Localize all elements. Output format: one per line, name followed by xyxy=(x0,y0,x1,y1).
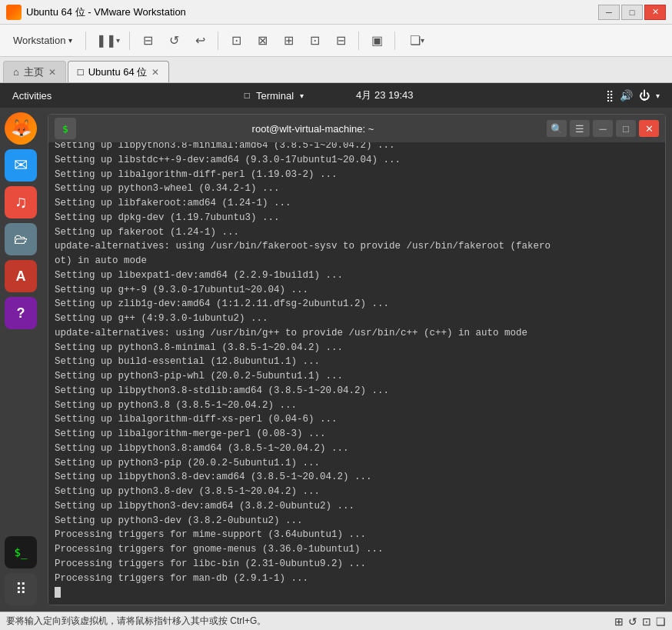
terminal-cursor-line xyxy=(55,585,659,600)
toolbar-separator-1 xyxy=(85,32,86,50)
toolbar-btn-7[interactable]: ⊡ xyxy=(303,29,326,52)
network-icon[interactable]: ⣿ xyxy=(606,89,614,102)
terminal-line: update-alternatives: using /usr/bin/fake… xyxy=(55,239,659,254)
sidebar-item-software[interactable]: A xyxy=(5,260,37,292)
mail-icon: ✉ xyxy=(14,155,28,175)
close-button[interactable]: ✕ xyxy=(644,5,666,20)
close-icon: ✕ xyxy=(645,123,654,135)
toolbar-separator-2 xyxy=(129,32,130,50)
sidebar-item-files[interactable]: 🗁 xyxy=(5,223,37,255)
tab-home-label: 主页 xyxy=(24,65,44,79)
toolbar-btn-6[interactable]: ⊞ xyxy=(277,29,300,52)
maximize-button[interactable]: □ xyxy=(621,5,643,20)
toolbar-btn-4[interactable]: ⊡ xyxy=(225,29,248,52)
workstation-dropdown-arrow: ▾ xyxy=(68,36,72,45)
send-ctrlaltdel-button[interactable]: ▣ xyxy=(365,29,388,52)
terminal-line: Setting up fakeroot (1.24-1) ... xyxy=(55,225,659,240)
toolbar-btn-1[interactable]: ⊟ xyxy=(136,29,159,52)
terminal-line: Setting up python3.8-dev (3.8.5-1~20.04.… xyxy=(55,485,659,499)
maximize-icon: □ xyxy=(623,123,629,135)
toolbar-btn-8[interactable]: ⊟ xyxy=(329,29,352,52)
terminal-line: Setting up libpython3.8-minimal:amd64 (3… xyxy=(55,142,659,153)
terminal-line: Setting up g++-9 (9.3.0-17ubuntu1~20.04)… xyxy=(55,283,659,298)
menu-icon: ☰ xyxy=(575,123,584,135)
app-sidebar: 🦊 ✉ ♫ 🗁 A ? $_ ⠿ xyxy=(0,108,42,612)
tab-bar: ⌂ 主页 ✕ □ Ubuntu 64 位 ✕ xyxy=(0,57,672,83)
terminal-icon-symbol: $ xyxy=(62,123,68,135)
terminal-menu-button[interactable]: ☰ xyxy=(570,120,590,137)
minimize-button[interactable]: ─ xyxy=(598,5,620,20)
workstation-menu-button[interactable]: Workstation ▾ xyxy=(6,29,79,52)
sidebar-item-mail[interactable]: ✉ xyxy=(5,149,37,182)
terminal-line: Setting up libexpat1-dev:amd64 (2.2.9-1b… xyxy=(55,268,659,283)
fullscreen-icon: ❏ xyxy=(410,33,421,48)
tab-vm-close[interactable]: ✕ xyxy=(151,67,159,78)
sidebar-item-rhythmbox[interactable]: ♫ xyxy=(5,186,37,218)
terminal-search-button[interactable]: 🔍 xyxy=(547,120,567,137)
toolbar-separator-4 xyxy=(358,32,359,50)
sidebar-item-terminal[interactable]: $_ xyxy=(5,536,37,568)
apps-icon: ⠿ xyxy=(15,580,27,598)
status-icon-3[interactable]: ⊡ xyxy=(642,615,651,628)
title-bar: Ubuntu 64 位 - VMware Workstation ─ □ ✕ xyxy=(0,0,672,25)
status-message: 要将输入定向到该虚拟机，请将鼠标指针移入其中或按 Ctrl+G。 xyxy=(6,615,266,628)
fullscreen-dropdown: ▾ xyxy=(421,36,424,45)
ctrlaltdel-icon: ▣ xyxy=(371,33,383,48)
fullscreen-button[interactable]: ❏ ▾ xyxy=(401,29,432,52)
terminal-line: Setting up build-essential (12.8ubuntu1.… xyxy=(55,355,659,369)
terminal-line: Processing triggers for libc-bin (2.31-0… xyxy=(55,557,659,572)
toolbar-btn-5[interactable]: ⊠ xyxy=(251,29,274,52)
terminal-line: Setting up python3-wheel (0.34.2-1) ... xyxy=(55,182,659,196)
tab-home-close[interactable]: ✕ xyxy=(48,67,56,78)
vmware-icon xyxy=(6,5,22,20)
terminal-line: Setting up python3.8-minimal (3.8.5-1~20… xyxy=(55,341,659,355)
terminal-line: Setting up libstdc++-9-dev:amd64 (9.3.0-… xyxy=(55,153,659,168)
toolbar-separator-3 xyxy=(218,32,218,50)
topbar-right-icons: ⣿ 🔊 ⏻ ▾ xyxy=(606,89,660,102)
minimize-icon: ─ xyxy=(599,123,606,135)
terminal-menu-arrow[interactable]: ▾ xyxy=(300,92,304,100)
topbar-dropdown-arrow[interactable]: ▾ xyxy=(656,92,660,100)
topbar-center: □ Terminal ▾ 4月 23 19:43 xyxy=(245,88,414,102)
terminal-icon: $_ xyxy=(15,546,28,558)
terminal-line: Setting up python3.8 (3.8.5-1~20.04.2) .… xyxy=(55,398,659,413)
terminal-menu-label[interactable]: Terminal xyxy=(256,90,294,102)
toolbar-btn-3[interactable]: ↩ xyxy=(188,29,211,52)
status-icon-1[interactable]: ⊞ xyxy=(614,615,624,628)
status-icons: ⊞ ↺ ⊡ ❏ xyxy=(614,615,666,628)
terminal-output[interactable]: Setting up libpython3.8-minimal:amd64 (3… xyxy=(48,142,665,605)
snapshot-icon: ⊟ xyxy=(143,33,153,48)
tab-ubuntu-vm[interactable]: □ Ubuntu 64 位 ✕ xyxy=(68,61,169,82)
vm-area: Activities □ Terminal ▾ 4月 23 19:43 ⣿ 🔊 … xyxy=(0,83,672,612)
tab-home[interactable]: ⌂ 主页 ✕ xyxy=(3,61,66,82)
terminal-line: Setting up python3-dev (3.8.2-0ubuntu2) … xyxy=(55,514,659,528)
terminal-minimize-button[interactable]: ─ xyxy=(593,120,613,137)
terminal-controls: 🔍 ☰ ─ □ ✕ xyxy=(547,120,659,137)
terminal-close-button[interactable]: ✕ xyxy=(639,120,659,137)
pause-button[interactable]: ❚❚ ▾ xyxy=(92,29,123,52)
status-icon-2[interactable]: ↺ xyxy=(628,615,637,628)
status-bar: 要将输入定向到该虚拟机，请将鼠标指针移入其中或按 Ctrl+G。 ⊞ ↺ ⊡ ❏ xyxy=(0,612,672,630)
view-icon-2: ⊠ xyxy=(258,33,268,48)
power-icon[interactable]: ⏻ xyxy=(639,89,650,102)
toolbar-separator-5 xyxy=(394,32,395,50)
sidebar-item-firefox[interactable]: 🦊 xyxy=(5,112,37,145)
activities-button[interactable]: Activities xyxy=(12,90,52,102)
tab-vm-icon: □ xyxy=(78,66,84,78)
pause-icon: ❚❚ xyxy=(96,33,116,48)
view-icon-3: ⊞ xyxy=(284,33,294,48)
terminal-line: Setting up libpython3.8-dev:amd64 (3.8.5… xyxy=(55,470,659,485)
tab-home-icon: ⌂ xyxy=(13,66,19,78)
sidebar-item-help[interactable]: ? xyxy=(5,297,37,329)
toolbar-btn-2[interactable]: ↺ xyxy=(162,29,185,52)
terminal-line: Setting up python3-pip (20.0.2-5ubuntu1.… xyxy=(55,456,659,471)
terminal-line: Setting up libalgorithm-diff-xs-perl (0.… xyxy=(55,412,659,427)
sidebar-item-apps[interactable]: ⠿ xyxy=(5,573,37,605)
status-icon-4[interactable]: ❏ xyxy=(656,615,666,628)
content-area: 🦊 ✉ ♫ 🗁 A ? $_ ⠿ xyxy=(0,108,672,612)
view-icon-1: ⊡ xyxy=(231,33,241,48)
volume-icon[interactable]: 🔊 xyxy=(620,89,633,102)
terminal-line: Setting up libfakeroot:amd64 (1.24-1) ..… xyxy=(55,196,659,211)
terminal-maximize-button[interactable]: □ xyxy=(616,120,636,137)
terminal-window: $ root@wlt-virtual-machine: ~ 🔍 ☰ ─ □ xyxy=(48,114,666,605)
